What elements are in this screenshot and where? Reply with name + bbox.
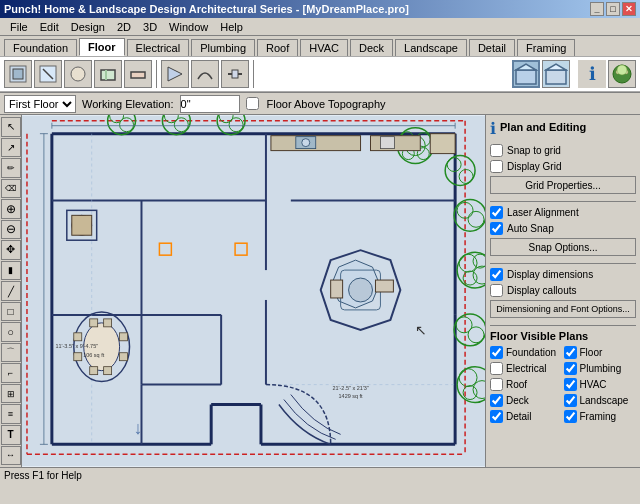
tool-text[interactable]: T xyxy=(1,425,21,445)
divider-3 xyxy=(490,325,636,326)
svg-point-18 xyxy=(617,65,627,75)
divider-2 xyxy=(490,263,636,264)
tool-stair[interactable]: ≡ xyxy=(1,404,21,424)
tab-detail[interactable]: Detail xyxy=(469,39,515,56)
floor-visible-foundation: Foundation xyxy=(490,346,563,359)
tool-circle[interactable]: ○ xyxy=(1,322,21,342)
toolbar-btn-8[interactable] xyxy=(221,60,249,88)
laser-alignment-row: Laser Alignment xyxy=(490,206,636,219)
info-btn[interactable]: ℹ xyxy=(578,60,606,88)
tab-plumbing[interactable]: Plumbing xyxy=(191,39,255,56)
tool-erase[interactable]: ⌫ xyxy=(1,179,21,199)
svg-rect-53 xyxy=(120,333,128,341)
laser-alignment-label: Laser Alignment xyxy=(507,207,579,218)
tab-deck[interactable]: Deck xyxy=(350,39,393,56)
display-callouts-checkbox[interactable] xyxy=(490,284,503,297)
menu-edit[interactable]: Edit xyxy=(34,19,65,35)
fv-deck-checkbox[interactable] xyxy=(490,394,503,407)
statusbar: Press F1 for Help xyxy=(0,467,640,483)
tool-select[interactable]: ↖ xyxy=(1,117,21,137)
tool-window[interactable]: ⊞ xyxy=(1,384,21,404)
toolbar-btn-2[interactable] xyxy=(34,60,62,88)
panel-info-icon: ℹ xyxy=(490,119,496,138)
toolbar-btn-5[interactable] xyxy=(124,60,152,88)
elevation-bar: First Floor Working Elevation: Floor Abo… xyxy=(0,93,640,115)
svg-rect-48 xyxy=(72,215,92,235)
laser-alignment-checkbox[interactable] xyxy=(490,206,503,219)
tool-pencil[interactable]: ✏ xyxy=(1,158,21,178)
snap-options-btn[interactable]: Snap Options... xyxy=(490,238,636,256)
menu-2d[interactable]: 2D xyxy=(111,19,137,35)
fv-landscape-checkbox[interactable] xyxy=(564,394,577,407)
fv-hvac-checkbox[interactable] xyxy=(564,378,577,391)
display-dimensions-checkbox[interactable] xyxy=(490,268,503,281)
menu-file[interactable]: File xyxy=(4,19,34,35)
fv-electrical-label: Electrical xyxy=(506,363,547,374)
tab-electrical[interactable]: Electrical xyxy=(127,39,190,56)
grid-properties-btn[interactable]: Grid Properties... xyxy=(490,176,636,194)
divider-1 xyxy=(490,201,636,202)
fv-floor-checkbox[interactable] xyxy=(564,346,577,359)
tool-zoom-out[interactable]: ⊖ xyxy=(1,220,21,240)
svg-text:↖: ↖ xyxy=(415,322,427,338)
maximize-button[interactable]: □ xyxy=(606,2,620,16)
fv-foundation-checkbox[interactable] xyxy=(490,346,503,359)
display-grid-row: Display Grid xyxy=(490,160,636,173)
tab-roof[interactable]: Roof xyxy=(257,39,298,56)
tool-rect[interactable]: □ xyxy=(1,302,21,322)
tool-dim[interactable]: ↔ xyxy=(1,446,21,466)
close-button[interactable]: ✕ xyxy=(622,2,636,16)
fv-foundation-label: Foundation xyxy=(506,347,556,358)
tab-landscape[interactable]: Landscape xyxy=(395,39,467,56)
toolbar-btn-4[interactable] xyxy=(94,60,122,88)
floor-visible-landscape: Landscape xyxy=(564,394,637,407)
svg-rect-11 xyxy=(516,70,536,84)
tool-zoom[interactable]: ⊕ xyxy=(1,199,21,219)
tool-wall[interactable]: ▮ xyxy=(1,261,21,281)
dim-font-btn[interactable]: Dimensioning and Font Options... xyxy=(490,300,636,318)
settings-btn[interactable] xyxy=(608,60,636,88)
tab-hvac[interactable]: HVAC xyxy=(300,39,348,56)
svg-rect-56 xyxy=(104,319,112,327)
fv-roof-checkbox[interactable] xyxy=(490,378,503,391)
display-grid-checkbox[interactable] xyxy=(490,160,503,173)
floor-above-checkbox[interactable] xyxy=(246,97,259,110)
toolbar-btn-3[interactable] xyxy=(64,60,92,88)
toolbar-btn-6[interactable] xyxy=(161,60,189,88)
svg-text:↓: ↓ xyxy=(134,418,143,438)
tool-line[interactable]: ╱ xyxy=(1,281,21,301)
working-elevation-input[interactable] xyxy=(180,95,240,113)
toolbar-btn-1[interactable] xyxy=(4,60,32,88)
toolbar-btn-7[interactable] xyxy=(191,60,219,88)
tool-pointer[interactable]: ↗ xyxy=(1,138,21,158)
floor-select[interactable]: First Floor xyxy=(4,95,76,113)
menu-help[interactable]: Help xyxy=(214,19,249,35)
fv-electrical-checkbox[interactable] xyxy=(490,362,503,375)
fv-plumbing-checkbox[interactable] xyxy=(564,362,577,375)
fv-landscape-label: Landscape xyxy=(580,395,629,406)
3d-view-2[interactable] xyxy=(542,60,570,88)
toolbar-group-2 xyxy=(161,60,254,88)
3d-view-1[interactable] xyxy=(512,60,540,88)
fv-detail-checkbox[interactable] xyxy=(490,410,503,423)
svg-text:11'-3.5" x 9'-4.75": 11'-3.5" x 9'-4.75" xyxy=(55,343,98,349)
tab-framing[interactable]: Framing xyxy=(517,39,575,56)
menu-window[interactable]: Window xyxy=(163,19,214,35)
tab-floor[interactable]: Floor xyxy=(79,38,125,56)
tool-arc[interactable]: ⌒ xyxy=(1,343,21,363)
auto-snap-checkbox[interactable] xyxy=(490,222,503,235)
menu-3d[interactable]: 3D xyxy=(137,19,163,35)
snap-grid-checkbox[interactable] xyxy=(490,144,503,157)
fv-roof-label: Roof xyxy=(506,379,527,390)
display-dim-row: Display dimensions xyxy=(490,268,636,281)
tool-door[interactable]: ⌐ xyxy=(1,363,21,383)
tool-pan[interactable]: ✥ xyxy=(1,240,21,260)
minimize-button[interactable]: _ xyxy=(590,2,604,16)
fv-framing-checkbox[interactable] xyxy=(564,410,577,423)
title-text: Punch! Home & Landscape Design Architect… xyxy=(4,3,409,15)
right-panel: ℹ Plan and Editing Snap to grid Display … xyxy=(485,115,640,467)
tab-foundation[interactable]: Foundation xyxy=(4,39,77,56)
svg-point-64 xyxy=(349,278,373,302)
menu-design[interactable]: Design xyxy=(65,19,111,35)
toolbar-tabs: Foundation Floor Electrical Plumbing Roo… xyxy=(0,36,640,56)
